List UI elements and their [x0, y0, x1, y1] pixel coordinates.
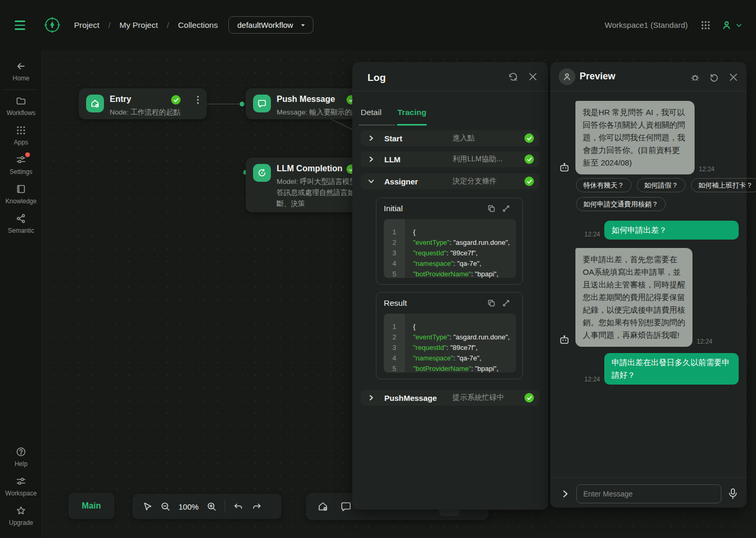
- entry-tool-icon[interactable]: [317, 500, 329, 513]
- quick-reply-chip[interactable]: 如何補上班打卡？: [691, 178, 756, 192]
- sidebar-item-upgrade[interactable]: Upgrade: [0, 505, 42, 526]
- star-icon: [16, 505, 26, 516]
- breadcrumb-project[interactable]: Project: [74, 20, 99, 30]
- line-numbers: 12345: [384, 314, 405, 373]
- result-code-card: Result 12345 { "eventType": "asgard.run.…: [376, 292, 523, 379]
- sidebar-item-apps[interactable]: Apps: [0, 125, 42, 146]
- sidebar-item-help[interactable]: Help: [0, 447, 42, 468]
- success-badge: [524, 133, 534, 143]
- preview-panel: Preview 我是HR 常見問答 AI，我可以 回答你各項關於人資相關的問 題…: [550, 62, 747, 508]
- sliders-icon: [16, 476, 26, 487]
- redo-icon[interactable]: [251, 501, 262, 512]
- trace-row-assigner[interactable]: Assigner 決定分支條件: [361, 173, 540, 189]
- sidebar-item-home[interactable]: Home: [0, 61, 42, 82]
- node-entry[interactable]: Entry Node: 工作流程的起點: [79, 88, 207, 119]
- success-badge: [524, 177, 534, 186]
- sidebar-item-workflows[interactable]: Workflows: [0, 96, 42, 117]
- message-timestamp: 12:24: [699, 165, 715, 173]
- breadcrumb: Project / My Project / Collections: [74, 0, 218, 50]
- breadcrumb-my-project[interactable]: My Project: [120, 20, 158, 30]
- llm-node-icon: [253, 164, 271, 182]
- bot-avatar-icon: [559, 162, 570, 173]
- breadcrumb-separator: /: [167, 20, 169, 30]
- log-panel-title: Log: [368, 72, 386, 84]
- node-subtitle: Message: 輸入要顯示的訊: [277, 107, 359, 118]
- close-icon[interactable]: [728, 72, 739, 82]
- quick-reply-chip[interactable]: 如何請假？: [637, 178, 686, 192]
- sidebar-item-knowledge[interactable]: Knowledge: [0, 184, 42, 205]
- expand-icon[interactable]: [501, 298, 511, 308]
- tab-tracing[interactable]: Tracing: [397, 108, 426, 117]
- copy-icon[interactable]: [487, 298, 496, 308]
- node-more-icon[interactable]: [193, 95, 203, 105]
- sidebar-item-workspace[interactable]: Workspace: [0, 476, 42, 497]
- workflow-selector-dropdown[interactable]: defaultWorkflow: [228, 16, 313, 34]
- semantic-graph-icon: [16, 213, 26, 224]
- preview-title: Preview: [580, 71, 615, 82]
- quick-reply-chip[interactable]: 特休有幾天？: [576, 178, 632, 192]
- trace-row-llm[interactable]: LLM 利用LLM協助...: [361, 151, 540, 167]
- top-navbar: Project / My Project / Collections defau…: [0, 0, 756, 50]
- copy-icon[interactable]: [487, 204, 496, 213]
- node-success-badge: [171, 95, 181, 105]
- breadcrumb-collections[interactable]: Collections: [178, 20, 218, 30]
- quick-reply-chip[interactable]: 如何申請交通費用核銷？: [576, 197, 666, 211]
- close-icon[interactable]: [528, 71, 538, 82]
- expand-icon[interactable]: [501, 204, 511, 213]
- message-timestamp: 12:24: [697, 338, 712, 345]
- node-title: Entry: [110, 95, 180, 104]
- chevron-right-icon: [368, 134, 375, 142]
- chevron-right-icon: [368, 156, 375, 163]
- debug-icon[interactable]: [690, 72, 700, 82]
- user-icon: [562, 72, 572, 81]
- zoom-level: 100%: [178, 502, 198, 511]
- message-tool-icon[interactable]: [340, 500, 352, 513]
- trace-row-pushmessage[interactable]: PushMessage 提示系統忙碌中: [361, 390, 540, 406]
- canvas-toolbar: 100%: [132, 494, 281, 519]
- user-message-row: 12:24 如何申請出差？: [580, 221, 739, 240]
- quick-reply-chips: 如何申請交通費用核銷？: [576, 197, 666, 211]
- chevron-right-icon[interactable]: [561, 489, 570, 499]
- bot-message-row: 我是HR 常見問答 AI，我可以 回答你各項關於人資相關的問 題，你可以問我任何…: [559, 101, 719, 174]
- zoom-out-icon[interactable]: [160, 501, 171, 512]
- menu-icon[interactable]: [15, 20, 25, 30]
- sidebar-divider: [4, 89, 37, 90]
- app-logo-icon: [44, 16, 61, 34]
- app-grid-icon[interactable]: [701, 20, 710, 30]
- main-tab-button[interactable]: Main: [68, 493, 114, 519]
- bot-message-bubble: 要申請出差，首先您需要在 OA系統填寫出差申請單，並 且送出給主管審核，同時提醒…: [575, 248, 692, 347]
- line-numbers: 12345: [384, 219, 405, 278]
- code-card-title: Initial: [384, 204, 403, 213]
- reset-icon[interactable]: [709, 72, 719, 82]
- code-lines: { "eventType": "asgard.run.done", "reque…: [405, 219, 516, 278]
- node-subtitle: Model: 呼叫大型語言模型回 答訊息或處理自然語言如判 斷、決策: [277, 176, 364, 209]
- sidebar-item-settings[interactable]: Settings: [0, 154, 42, 175]
- bot-message-bubble: 我是HR 常見問答 AI，我可以 回答你各項關於人資相關的問 題，你可以問我任何…: [575, 101, 695, 174]
- folder-icon: [16, 96, 26, 106]
- microphone-icon[interactable]: [727, 488, 739, 500]
- zoom-in-icon[interactable]: [206, 501, 217, 512]
- undo-icon[interactable]: [233, 501, 244, 512]
- chevron-right-icon: [368, 394, 375, 401]
- result-code-block[interactable]: 12345 { "eventType": "asgard.run.done", …: [384, 314, 516, 373]
- log-panel-header: Log: [352, 62, 548, 91]
- node-subtitle: Node: 工作流程的起點: [110, 107, 180, 118]
- trace-row-start[interactable]: Start 進入點: [361, 130, 540, 146]
- push-message-node-icon: [253, 95, 271, 112]
- clear-history-icon[interactable]: [508, 71, 519, 82]
- message-input[interactable]: [576, 484, 721, 503]
- user-icon: [721, 20, 732, 30]
- book-icon: [16, 184, 26, 194]
- cursor-tool-icon[interactable]: [142, 501, 152, 512]
- initial-code-block[interactable]: 12345 { "eventType": "asgard.run.done", …: [384, 219, 516, 278]
- sidebar-item-semantic[interactable]: Semantic: [0, 213, 42, 234]
- tab-detail[interactable]: Detail: [361, 108, 382, 117]
- tab-underline-inactive: [359, 125, 395, 126]
- initial-code-card: Initial 12345 { "eventType": "asgard.run…: [376, 198, 523, 285]
- profile-menu[interactable]: [721, 20, 742, 30]
- workspace-label: Workspace1 (Standard): [605, 20, 688, 29]
- message-timestamp: 12:24: [584, 231, 600, 238]
- success-badge: [524, 154, 534, 164]
- chevron-down-icon: [368, 178, 375, 185]
- app-root: Project / My Project / Collections defau…: [0, 0, 756, 538]
